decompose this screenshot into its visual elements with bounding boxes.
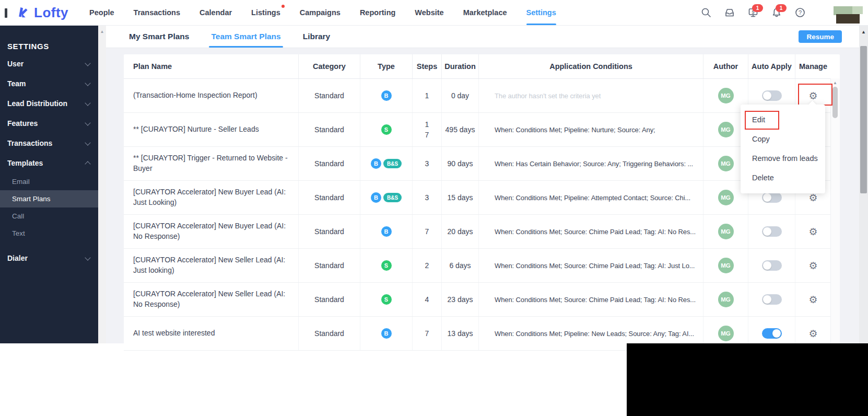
gear-icon[interactable]: ⚙: [808, 261, 817, 271]
gear-icon[interactable]: ⚙: [808, 295, 817, 305]
notifications-bell-icon[interactable]: 1: [770, 6, 783, 19]
nav-item-marketplace[interactable]: Marketplace: [463, 0, 507, 25]
nav-item-people[interactable]: People: [89, 0, 114, 25]
author-cell: MG: [703, 249, 748, 282]
chevron-down-icon: [85, 120, 90, 125]
menu-item-remove-from-leads[interactable]: Remove from leads: [741, 148, 825, 168]
table-row: [CURAYTOR Accelerator] New Seller Lead (…: [124, 283, 840, 317]
auto-apply-toggle[interactable]: [762, 260, 782, 271]
type-badges: B: [381, 90, 392, 101]
inbox-icon[interactable]: [723, 6, 736, 19]
chevron-down-icon: [85, 60, 90, 66]
sidebar-subitem-call[interactable]: Call: [0, 207, 98, 225]
gear-icon[interactable]: ⚙: [808, 193, 817, 203]
category-cell: Standard: [299, 249, 360, 282]
scroll-up-arrow[interactable]: ▲: [859, 29, 868, 34]
steps-value: 3: [425, 192, 429, 203]
auto-apply-toggle[interactable]: [762, 294, 782, 305]
billing-badge: 1: [752, 4, 763, 12]
nav-item-settings[interactable]: Settings: [526, 0, 556, 25]
plan-name-cell: [CURAYTOR Accelerator] New Seller Lead (…: [124, 249, 299, 282]
sidebar-items: UserTeamLead DistributionFeaturesTransac…: [0, 54, 98, 268]
column-header-application-conditions: Application Conditions: [479, 54, 703, 78]
type-cell: B: [360, 317, 413, 350]
author-avatar: MG: [718, 190, 734, 205]
buyer-badge: B: [381, 328, 392, 339]
gear-icon[interactable]: ⚙: [808, 227, 817, 237]
nav-item-listings[interactable]: Listings: [251, 0, 280, 25]
author-avatar: MG: [718, 258, 734, 273]
auto-apply-toggle[interactable]: [762, 328, 782, 339]
buyer-seller-badge: B&S: [383, 193, 402, 202]
sidebar-item-features[interactable]: Features: [0, 113, 98, 133]
plan-name-cell: AI test website interested: [124, 317, 299, 350]
steps-value: 7: [425, 328, 429, 339]
auto-apply-toggle[interactable]: [762, 226, 782, 237]
primary-nav: PeopleTransactionsCalendarListingsCampai…: [89, 0, 556, 25]
sidebar-scrollbar[interactable]: ▲: [98, 25, 106, 343]
sidebar-subitem-smart-plans[interactable]: Smart Plans: [0, 190, 98, 207]
category-cell: Standard: [299, 283, 360, 316]
nav-item-website[interactable]: Website: [415, 0, 443, 25]
table-scrollbar-thumb[interactable]: [832, 87, 838, 118]
menu-item-copy[interactable]: Copy: [741, 129, 825, 148]
help-icon[interactable]: ?: [794, 6, 806, 19]
table-row: (Transaction-Home Inspection Report)Stan…: [124, 79, 840, 113]
type-badges: B: [381, 328, 392, 339]
billing-monitor-icon[interactable]: $ 1: [747, 6, 759, 19]
tab-team-smart-plans[interactable]: Team Smart Plans: [211, 25, 280, 48]
gear-icon[interactable]: ⚙: [808, 329, 817, 339]
gear-icon[interactable]: ⚙: [808, 91, 817, 101]
author-avatar: MG: [718, 122, 734, 137]
steps-value: 7: [425, 226, 429, 237]
sidebar-item-user[interactable]: User: [0, 54, 98, 74]
sidebar-item-team[interactable]: Team: [0, 74, 98, 94]
sidebar-item-label: Team: [7, 79, 26, 88]
resume-button[interactable]: Resume: [799, 30, 842, 43]
column-header-duration: Duration: [442, 54, 479, 78]
sidebar-subitem-email[interactable]: Email: [0, 173, 98, 190]
nav-item-reporting[interactable]: Reporting: [360, 0, 395, 25]
table-row: ** [CURAYTOR] Trigger - Returned to Webs…: [124, 147, 840, 181]
menu-item-delete[interactable]: Delete: [741, 168, 825, 187]
sidebar-item-label: User: [7, 60, 24, 68]
table-scrollbar[interactable]: ▲: [830, 78, 840, 346]
auto-apply-toggle[interactable]: [762, 90, 782, 101]
sidebar-item-lead-distribution[interactable]: Lead Distribution: [0, 94, 98, 113]
category-cell: Standard: [299, 113, 360, 146]
steps-cell: 3: [413, 147, 442, 180]
sidebar-subitem-text[interactable]: Text: [0, 225, 98, 242]
nav-item-transactions[interactable]: Transactions: [134, 0, 180, 25]
author-avatar: MG: [718, 292, 734, 307]
scroll-up-arrow[interactable]: ▲: [831, 80, 839, 85]
type-cell: S: [360, 113, 413, 146]
tab-library[interactable]: Library: [303, 25, 331, 48]
sidebar-item-dialer[interactable]: Dialer: [0, 248, 98, 268]
auto-apply-toggle[interactable]: [762, 192, 782, 203]
auto-apply-cell: [748, 215, 795, 248]
user-avatar-redacted[interactable]: [834, 6, 863, 24]
page-scrollbar[interactable]: ▲: [859, 25, 868, 343]
column-header-steps: Steps: [413, 54, 442, 78]
type-badges: BB&S: [371, 158, 402, 169]
search-icon[interactable]: [700, 6, 712, 19]
nav-item-calendar[interactable]: Calendar: [200, 0, 232, 25]
lofty-logo-icon: [16, 5, 30, 20]
nav-item-campaigns[interactable]: Campaigns: [300, 0, 341, 25]
page-scrollbar-thumb[interactable]: [860, 46, 867, 193]
application-conditions-cell: When: Conditions Met; Source: Chime Paid…: [479, 215, 703, 248]
table-body: (Transaction-Home Inspection Report)Stan…: [124, 79, 840, 351]
sidebar-item-templates[interactable]: Templates: [0, 153, 98, 173]
scroll-up-arrow[interactable]: ▲: [98, 29, 106, 34]
plan-name-cell: ** [CURAYTOR] Trigger - Returned to Webs…: [124, 147, 299, 180]
table-row: [CURAYTOR Accelerator] New Buyer Lead (A…: [124, 215, 840, 249]
lofty-logo[interactable]: Lofty: [16, 5, 68, 21]
author-avatar: MG: [718, 156, 734, 171]
chevron-up-icon: [85, 161, 90, 167]
steps-cell: 7: [413, 215, 442, 248]
sidebar-item-transactions[interactable]: Transactions: [0, 133, 98, 153]
menu-item-edit[interactable]: Edit: [741, 110, 825, 129]
buyer-badge: B: [381, 90, 392, 101]
tab-my-smart-plans[interactable]: My Smart Plans: [129, 25, 189, 48]
sidebar-item-label: Transactions: [7, 139, 52, 147]
